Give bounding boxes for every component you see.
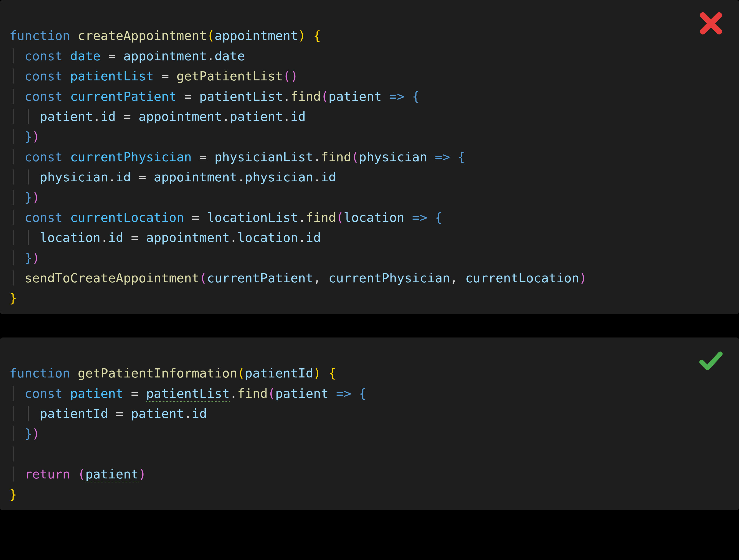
operator: = [123,230,146,245]
method: find [237,386,268,401]
paren-open: ( [237,366,245,381]
variable: patient [131,406,184,421]
dot: . [298,210,306,225]
variable: appointment [139,109,222,124]
paren-close: ) [298,28,306,43]
variable: physician [40,170,108,184]
paren-close: ) [313,366,321,381]
property: id [116,170,131,184]
operator: = [184,210,207,225]
const-name: date [70,48,101,63]
operator: = [192,150,214,164]
paren-close: ) [32,190,40,205]
variable: patient [40,109,93,124]
cross-icon [697,9,725,37]
const-name: currentLocation [70,210,184,225]
paren-close: ) [579,271,587,285]
property: id [306,230,321,245]
dot: . [298,230,306,245]
argument: currentPhysician [328,271,450,285]
code-block-good: function getPatientInformation(patientId… [9,343,730,505]
property: patient [230,109,283,124]
property: id [321,170,336,184]
brace-close: } [24,251,32,265]
keyword: const [24,89,62,104]
operator: = [101,48,123,63]
dot: . [313,150,321,164]
dot: . [108,170,116,184]
brace-open: { [321,366,336,381]
parens: () [283,69,298,84]
variable: appointment [154,170,238,184]
keyword: function [9,366,70,381]
arrow: => [405,210,435,225]
code-panel-good: function getPatientInformation(patientId… [0,337,739,510]
property: id [192,406,207,421]
dot: . [283,89,291,104]
brace-open: { [435,210,443,225]
comma: , [450,271,465,285]
operator: = [131,170,154,184]
brace-close: } [24,426,32,441]
arrow: => [427,150,458,164]
parameter: patient [275,386,329,401]
keyword: const [24,69,62,84]
dot: . [93,109,101,124]
function-call: sendToCreateAppointment [24,271,199,285]
parameter: patient [329,89,382,104]
variable: patientId [40,406,108,421]
variable: location [40,230,101,245]
paren-close: ) [32,426,40,441]
paren-open: ( [70,467,85,481]
paren-open: ( [199,271,207,285]
variable: appointment [146,230,230,245]
brace-close: } [9,291,17,305]
property: id [291,109,306,124]
operator: = [116,109,139,124]
method: find [306,210,336,225]
property: id [101,109,116,124]
parameter: location [344,210,405,225]
paren-open: ( [351,150,359,164]
dot: . [283,109,291,124]
property: id [108,230,123,245]
dot: . [207,48,214,63]
arrow: => [382,89,412,104]
dot: . [101,230,108,245]
property: location [237,230,298,245]
parameter: appointment [214,28,298,43]
const-name: currentPatient [70,89,176,104]
operator: = [154,69,177,84]
dot: . [222,109,230,124]
dot: . [237,170,245,184]
keyword: const [24,210,62,225]
argument: currentLocation [465,271,579,285]
brace-close: } [24,129,32,144]
parameter: physician [359,150,427,164]
parameter: patientId [245,366,313,381]
paren-open: ( [207,28,214,43]
comma: , [313,271,328,285]
operator: = [176,89,199,104]
variable: patientList [199,89,283,104]
function-call: getPatientList [176,69,283,84]
argument: currentPatient [207,271,313,285]
paren-close: ) [32,251,40,265]
variable: physicianList [214,150,313,164]
brace-open: { [412,89,420,104]
function-name: getPatientInformation [78,366,238,381]
function-name: createAppointment [78,28,207,43]
brace-close: } [24,190,32,205]
const-name: patient [70,386,123,401]
paren-close: ) [139,467,146,481]
const-name: currentPhysician [70,150,192,164]
method: find [321,150,351,164]
brace-open: { [306,28,321,43]
operator: = [108,406,131,421]
variable: appointment [123,48,207,63]
dot: . [230,386,238,401]
dot: . [230,230,238,245]
paren-open: ( [321,89,329,104]
method: find [291,89,321,104]
property: date [214,48,245,63]
